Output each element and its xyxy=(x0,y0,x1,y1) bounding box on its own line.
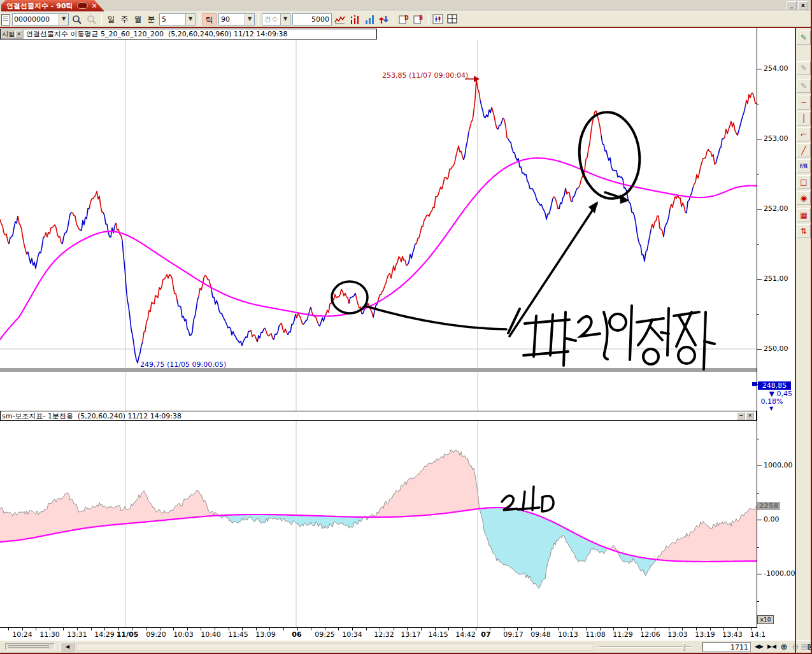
fib-retracement-tool-icon[interactable]: f/R xyxy=(797,159,811,173)
period-button-0[interactable]: 일 xyxy=(105,13,117,25)
high-price-annotation: 253,85 (11/07 09:00:04) xyxy=(382,71,468,80)
time-axis-label: 10:40 xyxy=(201,630,221,639)
main-chart-plot[interactable] xyxy=(0,28,757,413)
backdata-doc-button[interactable]: B xyxy=(412,13,425,26)
right-zoom-slider[interactable] xyxy=(599,646,691,648)
tab-close-icon[interactable]: ✕ xyxy=(92,2,97,10)
slider-handle[interactable] xyxy=(683,643,685,651)
price-tick-segment xyxy=(265,328,273,339)
minute-combo[interactable]: 5 ▼ xyxy=(159,13,196,25)
window-title: 연결선물지수 - 90틱 xyxy=(6,1,73,11)
period-button-1[interactable]: 주 xyxy=(118,13,131,25)
price-tick-segment xyxy=(250,331,257,342)
line-chart-icon xyxy=(334,15,346,25)
scrollbar-track[interactable] xyxy=(76,643,594,651)
study-tag[interactable]: 시험 × xyxy=(1,29,24,39)
period-buttons: 일주월분 xyxy=(105,13,157,25)
erase-all-icon[interactable]: ✎ xyxy=(797,79,811,93)
symbol-input[interactable] xyxy=(13,15,59,24)
time-axis-label: 09:25 xyxy=(315,630,335,639)
dotted-bars-button[interactable] xyxy=(348,13,361,26)
symbol-dropdown-icon[interactable]: ▼ xyxy=(59,14,68,25)
time-axis-label: 11:45 xyxy=(228,630,248,639)
axis-tick-icon xyxy=(757,174,759,174)
count-input[interactable] xyxy=(292,13,332,25)
period-button-3[interactable]: 분 xyxy=(145,13,157,25)
grid-layout-button[interactable] xyxy=(446,13,459,26)
axis-tick-icon xyxy=(757,493,759,494)
price-tick-segment xyxy=(408,244,415,265)
price-tick-segment xyxy=(280,323,288,335)
time-axis-label: 14:1 xyxy=(750,630,766,639)
horizontal-line-tool-icon[interactable]: ─ xyxy=(797,96,811,110)
window-tab[interactable]: 연결선물지수 - 90틱 ✕ xyxy=(1,0,104,11)
scroll-left-button[interactable]: ◀ xyxy=(61,642,75,651)
tick-combo[interactable]: 90 ▼ xyxy=(218,13,255,25)
grid-tool-icon[interactable]: ▦ xyxy=(797,208,811,222)
erase-drawing-icon[interactable]: ✎ xyxy=(797,61,811,75)
time-tick-icon xyxy=(8,628,9,630)
price-tick-segment xyxy=(685,188,693,213)
price-tick-segment xyxy=(508,139,553,220)
price-tick-segment xyxy=(273,325,280,340)
study-tag-close-icon[interactable]: × xyxy=(15,31,22,38)
app-window: 연결선물지수 - 90틱 ✕ _ x ▼ 일주월분 5 ▼ 틱 90 xyxy=(0,0,812,654)
price-tick-segment xyxy=(349,293,355,304)
symbol-combo[interactable]: ▼ xyxy=(12,13,69,25)
sort-arrows-icon[interactable]: ⇅ xyxy=(797,224,811,238)
ellipse-tool-icon[interactable]: ◉ xyxy=(797,191,811,205)
handwriting-annotation xyxy=(508,306,715,369)
pan-arrows-icon[interactable]: ◀▶ xyxy=(753,641,765,652)
count-combo[interactable]: 건수 ▼ xyxy=(262,13,290,25)
tick-mode-button[interactable]: 틱 xyxy=(203,13,217,25)
candle-window-button[interactable] xyxy=(432,13,445,26)
daily-doc-button[interactable]: D xyxy=(397,13,410,26)
search-button[interactable] xyxy=(71,13,83,26)
step-line-tool-icon[interactable]: ⌐ xyxy=(797,127,811,141)
drawing-tool-icon[interactable]: ✎ xyxy=(797,31,811,45)
updown-arrows-button[interactable] xyxy=(378,13,390,26)
search-disabled-button[interactable] xyxy=(85,13,98,26)
sub-minimize-icon[interactable]: − xyxy=(737,412,745,420)
price-tick-segment xyxy=(716,139,723,164)
period-button-2[interactable]: 월 xyxy=(132,13,144,25)
axis-tick-icon xyxy=(757,349,762,350)
count-dropdown-icon[interactable]: ▼ xyxy=(280,14,290,25)
left-zoom-slider[interactable] xyxy=(5,643,55,650)
sub-chart-plot[interactable] xyxy=(0,420,757,630)
down-triangle-small-icon: ▼ xyxy=(769,406,773,411)
main-chart-title: 연결선물지수 이동평균 5_20_60_120_200 (5,20,60,240… xyxy=(26,29,288,39)
time-axis-label: 13:31 xyxy=(67,630,87,639)
price-chart-svg xyxy=(0,28,757,411)
last-price-marker xyxy=(752,382,757,386)
price-tick-segment xyxy=(559,188,566,209)
time-axis-label: 13:09 xyxy=(255,630,276,639)
blue-bars-button[interactable] xyxy=(363,13,376,26)
axis-tick-icon xyxy=(757,104,759,104)
rectangle-tool-icon[interactable]: □ xyxy=(797,175,811,189)
compress-view-icon[interactable]: ▶◀ xyxy=(766,641,778,652)
minute-dropdown-icon[interactable]: ▼ xyxy=(185,14,195,25)
price-tick-segment xyxy=(566,188,572,202)
oscillator-value-badge: 2258 xyxy=(757,502,780,510)
vertical-line-tool-icon[interactable]: │ xyxy=(797,111,811,125)
price-axis-label: 253,00 xyxy=(764,134,788,143)
bar-count-input[interactable] xyxy=(702,642,751,652)
zoom-in-icon[interactable]: ⊕ xyxy=(778,641,790,652)
axis-tick-icon xyxy=(757,520,762,520)
price-tick-segment xyxy=(497,118,503,129)
grid-layout-icon xyxy=(447,14,459,25)
line-chart-button[interactable] xyxy=(334,13,346,26)
close-button[interactable]: x xyxy=(798,1,808,10)
time-tick-icon xyxy=(366,628,367,630)
price-tick-segment xyxy=(469,80,480,132)
price-axis-label: 254,00 xyxy=(764,64,788,73)
tick-dropdown-icon[interactable]: ▼ xyxy=(245,14,254,25)
time-axis-label: 13:03 xyxy=(667,630,688,639)
minimize-button[interactable]: _ xyxy=(787,1,797,10)
price-tick-segment xyxy=(89,192,103,213)
sub-close-icon[interactable]: ✕ xyxy=(746,412,754,420)
trend-line-tool-icon[interactable]: ╱ xyxy=(797,143,811,157)
close-box-icon[interactable]: ⊠ xyxy=(805,641,812,652)
price-tick-segment xyxy=(0,220,9,245)
